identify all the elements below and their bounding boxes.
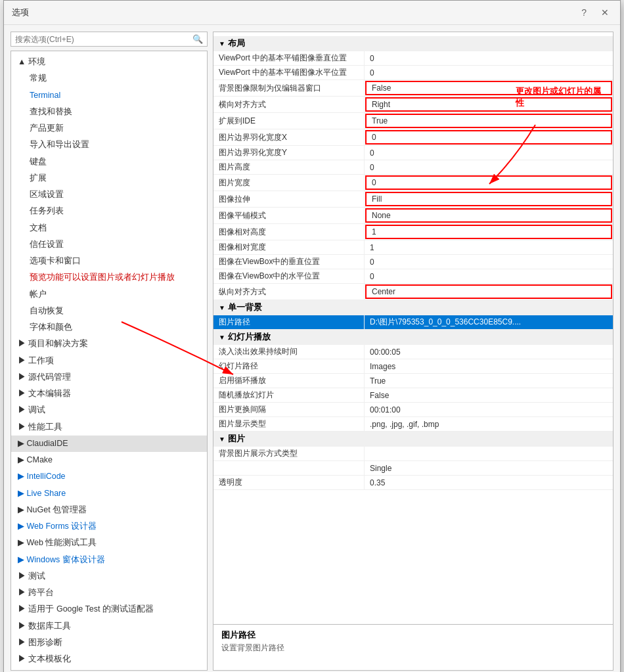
prop-label: 启用循环播放	[213, 374, 365, 388]
tree-item-debug[interactable]: ▶ 调试	[11, 402, 207, 418]
prop-row[interactable]: 图像相对宽度1	[213, 240, 613, 255]
tree-item-autorecover[interactable]: 自动恢复	[11, 303, 207, 319]
prop-label: 图像在ViewBox中的垂直位置	[213, 255, 365, 269]
help-button[interactable]: ?	[578, 6, 590, 19]
tree-item-env[interactable]: ▲ 环境	[11, 54, 207, 70]
tree-item-importexport[interactable]: 导入和导出设置	[11, 137, 207, 153]
tree-item-account[interactable]: 帐户	[11, 286, 207, 303]
tree-item-cmake[interactable]: ▶ CMake	[11, 452, 207, 468]
search-box[interactable]: 🔍	[11, 32, 208, 47]
prop-label: 图像在ViewBox中的水平位置	[213, 269, 365, 283]
prop-row[interactable]: 图像拉伸Fill	[213, 191, 613, 208]
tree-item-workitems[interactable]: ▶ 工作项	[11, 353, 207, 369]
section-slideshow[interactable]: ▼ 幻灯片播放	[213, 330, 613, 345]
section-image[interactable]: ▼ 图片	[213, 432, 613, 447]
prop-value: False	[365, 388, 613, 402]
prop-value	[365, 447, 613, 460]
prop-row[interactable]: 扩展到IDETrue	[213, 113, 613, 129]
property-title: 图片路径	[221, 630, 605, 641]
tree-item-terminal[interactable]: Terminal	[11, 87, 207, 104]
tree-item-test[interactable]: ▶ 测试	[11, 568, 207, 585]
section-layout[interactable]: ▼ 布局	[213, 36, 613, 51]
prop-row[interactable]: 图片路径D:\图片\795353_0_0_0_536CC30E85C9....	[213, 315, 613, 330]
tree-item-regional[interactable]: 区域设置	[11, 187, 207, 203]
tree-item-dbtools[interactable]: ▶ 数据库工具	[11, 618, 207, 635]
prop-row[interactable]: 横向对齐方式Right	[213, 97, 613, 113]
search-icon: 🔍	[192, 34, 203, 44]
tree-item-liveshare[interactable]: ▶ Live Share	[11, 485, 207, 502]
prop-value: 0	[365, 255, 613, 269]
prop-row[interactable]: 图片宽度0	[213, 175, 613, 191]
tree-item-texttemplate[interactable]: ▶ 文本模板化	[11, 651, 207, 667]
prop-value: 0	[365, 130, 612, 145]
tree-item-nuget[interactable]: ▶ NuGet 包管理器	[11, 502, 207, 518]
tree-item-webperf[interactable]: ▶ Web 性能测试工具	[11, 535, 207, 551]
prop-row[interactable]: ViewPort 中的基本平铺图像垂直位置0	[213, 51, 613, 66]
options-dialog: 选项 ? ✕ 🔍 ▲ 环境常规Terminal查找和替换产品更新导入和导出设置键…	[3, 0, 621, 672]
prop-row[interactable]: 图片边界羽化宽度Y0	[213, 146, 613, 160]
prop-row[interactable]: ViewPort 中的基本平铺图像水平位置0	[213, 66, 613, 80]
prop-row[interactable]: 图像在ViewBox中的水平位置0	[213, 269, 613, 284]
prop-row[interactable]: 图片高度0	[213, 160, 613, 175]
prop-label: 图片高度	[213, 160, 365, 174]
title-bar: 选项 ? ✕	[4, 1, 620, 25]
prop-row[interactable]: 背景图像限制为仅编辑器窗口False	[213, 80, 613, 97]
tree-item-extensions[interactable]: 扩展	[11, 170, 207, 187]
tree-item-googletest[interactable]: ▶ 适用于 Google Test 的测试适配器	[11, 601, 207, 617]
prop-row[interactable]: 淡入淡出效果持续时间00:00:05	[213, 345, 613, 359]
left-panel: 🔍 ▲ 环境常规Terminal查找和替换产品更新导入和导出设置键盘扩展区域设置…	[11, 32, 208, 671]
tree-item-general[interactable]: 常规	[11, 70, 207, 87]
prop-value: Fill	[365, 192, 612, 206]
tree-item-sourcectl[interactable]: ▶ 源代码管理	[11, 369, 207, 386]
prop-row[interactable]: 图片更换间隔00:01:00	[213, 403, 613, 417]
dialog-body: 🔍 ▲ 环境常规Terminal查找和替换产品更新导入和导出设置键盘扩展区域设置…	[4, 25, 620, 672]
tree-item-texteditor[interactable]: ▶ 文本编辑器	[11, 386, 207, 402]
prop-label: 幻灯片路径	[213, 359, 365, 373]
tree-item-findreplace[interactable]: 查找和替换	[11, 104, 207, 120]
tree-item-preview[interactable]: 预览功能可以设置图片或者幻灯片播放	[11, 269, 207, 286]
tree-item-productupdate[interactable]: 产品更新	[11, 120, 207, 137]
prop-label: 图片路径	[213, 315, 365, 329]
close-button[interactable]: ✕	[598, 6, 612, 19]
prop-label: 淡入淡出效果持续时间	[213, 345, 365, 359]
search-input[interactable]	[15, 35, 190, 44]
tree-item-tasklist[interactable]: 任务列表	[11, 203, 207, 219]
prop-label: 扩展到IDE	[213, 113, 365, 129]
tree-item-graphdiag[interactable]: ▶ 图形诊断	[11, 635, 207, 651]
prop-label: 图片边界羽化宽度X	[213, 129, 365, 145]
tree-container[interactable]: ▲ 环境常规Terminal查找和替换产品更新导入和导出设置键盘扩展区域设置任务…	[11, 51, 208, 671]
prop-row[interactable]: 透明度0.35	[213, 476, 613, 490]
prop-value: True	[365, 114, 612, 128]
tree-item-projects[interactable]: ▶ 项目和解决方案	[11, 336, 207, 352]
prop-row[interactable]: 启用循环播放True	[213, 374, 613, 388]
prop-label	[213, 461, 365, 475]
tree-item-keyboard[interactable]: 键盘	[11, 154, 207, 170]
tree-item-fontcolor[interactable]: 字体和颜色	[11, 319, 207, 336]
tree-item-docs[interactable]: 文档	[11, 220, 207, 236]
prop-value: Images	[365, 359, 613, 373]
tree-item-crossplatform[interactable]: ▶ 跨平台	[11, 585, 207, 601]
prop-value: 0	[365, 51, 613, 65]
prop-row[interactable]: 背景图片展示方式类型	[213, 447, 613, 461]
prop-row[interactable]: 图片边界羽化宽度X0	[213, 129, 613, 146]
prop-label: 横向对齐方式	[213, 97, 365, 112]
prop-row[interactable]: Single	[213, 461, 613, 476]
tree-item-perftools[interactable]: ▶ 性能工具	[11, 419, 207, 436]
prop-row[interactable]: 图像平铺模式None	[213, 208, 613, 224]
prop-row[interactable]: 图像相对高度1	[213, 224, 613, 240]
tree-item-claudiaIDE[interactable]: ▶ ClaudiaIDE	[11, 436, 207, 452]
section-single_bg[interactable]: ▼ 单一背景	[213, 300, 613, 315]
prop-label: 图片更换间隔	[213, 403, 365, 416]
tree-item-intellicode[interactable]: ▶ IntelliCode	[11, 468, 207, 485]
prop-value: 0	[365, 269, 613, 283]
tree-item-trust[interactable]: 信任设置	[11, 236, 207, 253]
prop-row[interactable]: 图片显示类型.png, .jpg, .gif, .bmp	[213, 417, 613, 432]
tree-item-webforms[interactable]: ▶ Web Forms 设计器	[11, 518, 207, 535]
prop-row[interactable]: 幻灯片路径Images	[213, 359, 613, 374]
prop-label: ViewPort 中的基本平铺图像垂直位置	[213, 51, 365, 65]
prop-row[interactable]: 随机播放幻灯片False	[213, 388, 613, 403]
prop-row[interactable]: 纵向对齐方式Center	[213, 284, 613, 300]
tree-item-tabswindow[interactable]: 选项卡和窗口	[11, 253, 207, 269]
prop-row[interactable]: 图像在ViewBox中的垂直位置0	[213, 255, 613, 269]
tree-item-winforms[interactable]: ▶ Windows 窗体设计器	[11, 552, 207, 568]
